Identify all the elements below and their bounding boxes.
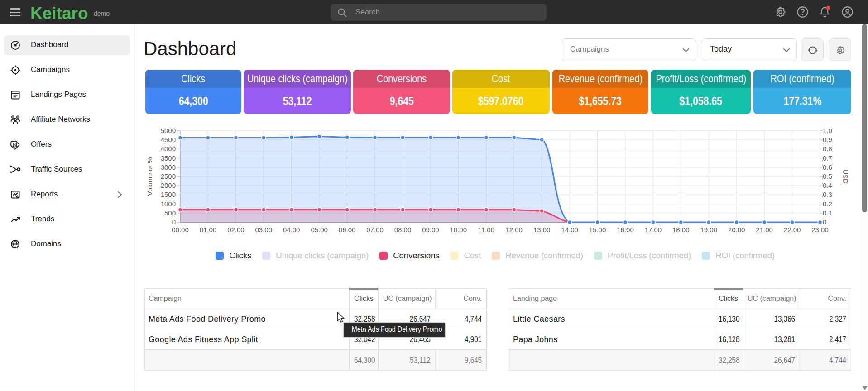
svg-text:2000: 2000 (161, 181, 176, 189)
svg-text:1.0: 1.0 (823, 127, 832, 134)
svg-text:0.2: 0.2 (823, 200, 832, 208)
svg-text:3000: 3000 (161, 163, 176, 171)
svg-text:2500: 2500 (161, 172, 176, 180)
svg-text:USD: USD (842, 169, 849, 184)
svg-text:14:00: 14:00 (561, 226, 578, 234)
svg-text:23:00: 23:00 (811, 226, 829, 234)
svg-text:05:00: 05:00 (311, 226, 328, 234)
svg-text:5000: 5000 (161, 127, 176, 134)
svg-text:04:00: 04:00 (283, 226, 300, 234)
svg-text:19:00: 19:00 (700, 226, 718, 234)
svg-text:07:00: 07:00 (366, 226, 384, 234)
svg-text:17:00: 17:00 (645, 226, 662, 234)
svg-text:$: $ (14, 143, 16, 147)
svg-text:0.7: 0.7 (823, 154, 832, 162)
svg-text:18:00: 18:00 (672, 226, 690, 234)
svg-text:12:00: 12:00 (505, 226, 523, 234)
svg-text:0.4: 0.4 (823, 181, 832, 189)
svg-text:0.1: 0.1 (823, 209, 832, 217)
svg-text:500: 500 (164, 209, 176, 217)
svg-text:20:00: 20:00 (728, 226, 745, 234)
svg-text:0.6: 0.6 (823, 163, 832, 171)
svg-text:0.8: 0.8 (823, 145, 832, 153)
svg-text:09:00: 09:00 (422, 226, 439, 234)
svg-text:3500: 3500 (161, 154, 176, 162)
svg-text:11:00: 11:00 (478, 226, 494, 234)
svg-text:0.5: 0.5 (823, 172, 832, 180)
svg-text:13:00: 13:00 (533, 226, 551, 234)
svg-text:01:00: 01:00 (200, 226, 217, 234)
svg-text:03:00: 03:00 (255, 226, 273, 234)
svg-text:08:00: 08:00 (394, 226, 412, 234)
svg-text:02:00: 02:00 (227, 226, 245, 234)
svg-text:1500: 1500 (161, 191, 176, 198)
svg-text:15:00: 15:00 (589, 226, 606, 234)
svg-text:4000: 4000 (161, 145, 176, 153)
svg-text:21:00: 21:00 (756, 226, 773, 234)
svg-text:Volume or %: Volume or % (146, 157, 153, 196)
svg-text:16:00: 16:00 (617, 226, 634, 234)
svg-text:22:00: 22:00 (784, 226, 801, 234)
svg-text:06:00: 06:00 (339, 226, 356, 234)
svg-text:0.9: 0.9 (823, 136, 832, 143)
svg-text:0.3: 0.3 (823, 191, 832, 198)
svg-text:4500: 4500 (161, 136, 176, 143)
svg-text:10:00: 10:00 (450, 226, 467, 234)
svg-text:00:00: 00:00 (172, 226, 189, 234)
svg-text:1000: 1000 (161, 200, 176, 208)
svg-text:0: 0 (823, 218, 826, 226)
svg-text:0: 0 (172, 218, 176, 226)
